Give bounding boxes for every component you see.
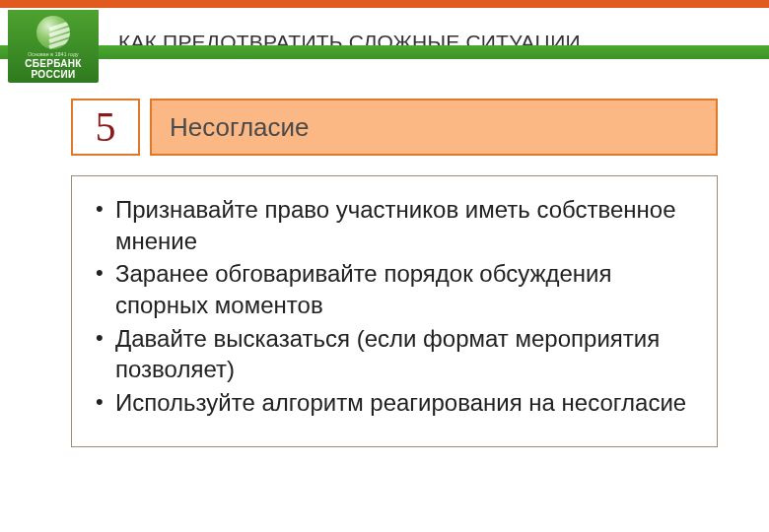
brand-name: СБЕРБАНК РОССИИ [25, 59, 82, 80]
list-item: Давайте высказаться (если формат меропри… [84, 323, 697, 385]
section-body: Признавайте право участников иметь собст… [71, 175, 718, 447]
list-item: Заранее обговаривайте порядок обсуждения… [84, 258, 697, 320]
list-item: Признавайте право участников иметь собст… [84, 194, 697, 256]
section-label: Несогласие [150, 99, 718, 156]
brand-name-line1: СБЕРБАНК [25, 58, 82, 69]
header: КАК ПРЕДОТВРАТИТЬ СЛОЖНЫЕ СИТУАЦИИ Основ… [0, 8, 769, 59]
section-header: 5 Несогласие [71, 99, 718, 156]
brand-tagline: Основан в 1841 году [28, 51, 79, 57]
slide-content: 5 Несогласие Признавайте право участнико… [0, 59, 769, 447]
accent-bar-green [0, 45, 769, 59]
sberbank-emblem-icon [36, 16, 70, 49]
bullet-list: Признавайте право участников иметь собст… [84, 194, 697, 419]
brand-name-line2: РОССИИ [32, 69, 76, 80]
brand-logo: Основан в 1841 году СБЕРБАНК РОССИИ [8, 10, 99, 83]
section-number: 5 [71, 99, 140, 156]
list-item: Используйте алгоритм реагирования на нес… [84, 387, 697, 419]
accent-bar-top [0, 0, 769, 8]
